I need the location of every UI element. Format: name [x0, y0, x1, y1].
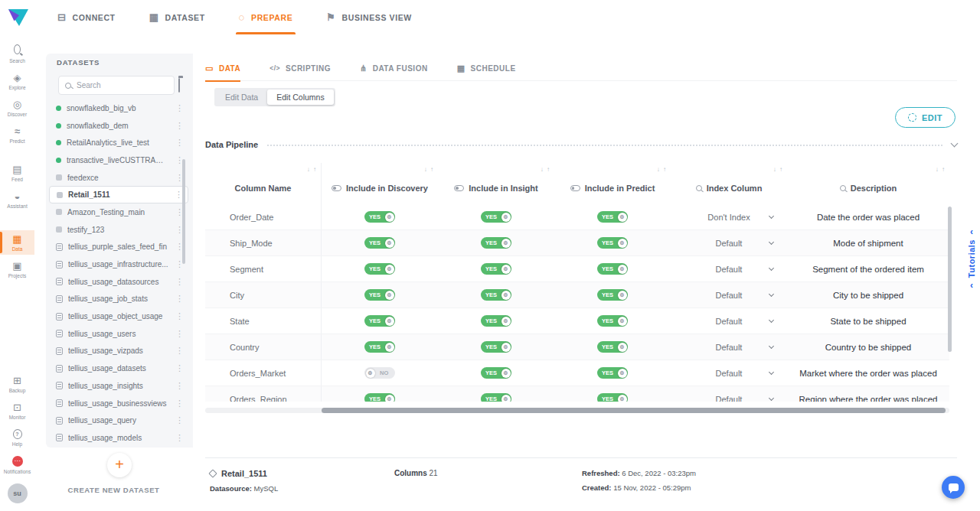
sidebar-item[interactable]: Data — [0, 230, 34, 255]
prepare-tab[interactable]: SCHEDULE — [457, 56, 516, 81]
kebab-menu-icon[interactable] — [174, 138, 185, 148]
create-dataset-label[interactable]: CREATE NEW DATASET — [34, 486, 193, 494]
include-insight-toggle[interactable]: YES — [481, 237, 511, 249]
index-column-dropdown[interactable]: Default — [681, 291, 776, 300]
horizontal-scrollbar-thumb[interactable] — [322, 408, 946, 413]
sidebar-item[interactable]: Projects — [0, 257, 34, 282]
edit-mode-segment[interactable]: Edit Columns — [267, 90, 333, 105]
dataset-item[interactable]: Retail_1511 — [49, 186, 188, 203]
sort-arrows-icon[interactable] — [541, 166, 550, 173]
include-discovery-toggle[interactable]: YES — [364, 237, 395, 249]
sidebar-item[interactable]: Feed — [0, 161, 34, 185]
vertical-scrollbar-thumb[interactable] — [948, 207, 952, 352]
top-nav-item[interactable]: BUSINESS VIEW — [326, 0, 412, 34]
prepare-tab[interactable]: DATA FUSION — [360, 56, 428, 81]
sidebar-item[interactable]: Notifications — [0, 452, 34, 477]
include-insight-toggle[interactable]: YES — [481, 367, 511, 379]
include-predict-toggle[interactable]: YES — [597, 393, 628, 402]
dataset-item[interactable]: Amazon_Testing_main — [49, 203, 188, 221]
sidebar-item[interactable]: Search — [0, 41, 34, 67]
include-predict-toggle[interactable]: YES — [597, 367, 628, 379]
include-discovery-toggle[interactable]: YES — [364, 211, 395, 223]
sidebar-item[interactable]: Assistant — [0, 187, 34, 212]
include-predict-toggle[interactable]: YES — [597, 263, 628, 275]
kebab-menu-icon[interactable] — [174, 415, 185, 425]
top-nav-item[interactable]: PREPARE — [239, 0, 293, 34]
kebab-menu-icon[interactable] — [174, 381, 185, 391]
include-insight-toggle[interactable]: YES — [481, 211, 511, 223]
index-column-dropdown[interactable]: Default — [681, 239, 776, 248]
dataset-folder-button[interactable] — [178, 79, 191, 89]
chat-widget-button[interactable] — [942, 476, 965, 499]
dataset-item[interactable]: testify_123 — [49, 221, 188, 239]
dataset-item[interactable]: tellius_usage_insights — [49, 377, 188, 395]
include-discovery-toggle[interactable]: YES — [364, 263, 395, 275]
index-column-dropdown[interactable]: Default — [681, 369, 776, 378]
data-pipeline-header[interactable]: Data Pipeline — [205, 134, 957, 155]
kebab-menu-icon[interactable] — [174, 103, 185, 113]
include-insight-toggle[interactable]: YES — [481, 341, 511, 353]
dataset-item[interactable]: tellius_usage_job_stats — [49, 291, 188, 308]
dataset-item[interactable]: RetailAnalytics_live_test — [49, 134, 188, 151]
dataset-item[interactable]: tellius_usage_infrastructure... — [49, 255, 188, 273]
chevron-down-icon[interactable] — [951, 139, 959, 147]
edit-mode-segment[interactable]: Edit Data — [216, 90, 267, 105]
dataset-item[interactable]: tellius_usage_models — [49, 429, 188, 447]
kebab-menu-icon[interactable] — [174, 433, 185, 443]
index-column-dropdown[interactable]: Don't Index — [681, 213, 776, 222]
include-predict-toggle[interactable]: YES — [597, 237, 628, 249]
include-discovery-toggle[interactable]: YES — [364, 289, 395, 301]
dataset-item[interactable]: tellius_usage_datasources — [49, 273, 188, 291]
kebab-menu-icon[interactable] — [174, 329, 185, 339]
dataset-list-scrollbar[interactable] — [182, 159, 185, 264]
sidebar-item[interactable]: Discover — [0, 96, 34, 120]
index-column-dropdown[interactable]: Default — [681, 395, 776, 402]
sidebar-item[interactable]: Predict — [0, 122, 34, 147]
dataset-search-input[interactable] — [77, 81, 161, 90]
dataset-item[interactable]: tellius_usage_query — [49, 412, 188, 429]
top-nav-item[interactable]: DATASET — [149, 0, 205, 34]
prepare-tab[interactable]: DATA — [205, 56, 240, 81]
include-discovery-toggle[interactable]: NO — [364, 367, 395, 379]
kebab-menu-icon[interactable] — [174, 346, 185, 356]
dataset-item[interactable]: tellius_usage_users — [49, 325, 188, 343]
index-column-dropdown[interactable]: Default — [681, 265, 776, 274]
prepare-tab[interactable]: SCRIPTING — [270, 56, 331, 81]
include-insight-toggle[interactable]: YES — [481, 315, 511, 327]
dataset-item[interactable]: tellius_usage_object_usage — [49, 308, 188, 325]
include-discovery-toggle[interactable]: YES — [364, 341, 395, 353]
include-predict-toggle[interactable]: YES — [597, 289, 628, 301]
include-predict-toggle[interactable]: YES — [597, 315, 628, 327]
kebab-menu-icon[interactable] — [174, 399, 185, 408]
sort-arrows-icon[interactable] — [307, 166, 317, 173]
kebab-menu-icon[interactable] — [174, 363, 185, 373]
kebab-menu-icon[interactable] — [174, 277, 185, 287]
dataset-item[interactable]: tellius_usage_vizpads — [49, 343, 188, 360]
sort-arrows-icon[interactable] — [936, 166, 946, 173]
include-predict-toggle[interactable]: YES — [597, 341, 628, 353]
user-avatar[interactable]: su — [8, 483, 28, 503]
create-dataset-button[interactable] — [107, 453, 132, 477]
include-discovery-toggle[interactable]: YES — [364, 315, 395, 327]
sidebar-item[interactable]: Explore — [0, 69, 34, 93]
dataset-item[interactable]: feedexce — [49, 169, 188, 187]
tutorials-tab[interactable]: Tutorials — [964, 228, 979, 289]
dataset-item[interactable]: snowflakedb_dem — [49, 117, 188, 135]
dataset-item[interactable]: tellius_usage_businessviews — [49, 395, 188, 412]
tellius-logo[interactable] — [6, 5, 31, 30]
include-insight-toggle[interactable]: YES — [481, 263, 511, 275]
edit-button[interactable]: EDIT — [895, 107, 956, 128]
sidebar-item[interactable]: Backup — [0, 372, 34, 396]
include-insight-toggle[interactable]: YES — [481, 393, 511, 402]
index-column-dropdown[interactable]: Default — [681, 317, 776, 326]
sort-arrows-icon[interactable] — [424, 166, 434, 173]
top-nav-item[interactable]: CONNECT — [57, 0, 116, 34]
include-insight-toggle[interactable]: YES — [481, 289, 511, 301]
include-discovery-toggle[interactable]: YES — [364, 393, 395, 402]
kebab-menu-icon[interactable] — [174, 121, 185, 131]
dataset-item[interactable]: tellius_usage_datasets — [49, 360, 188, 377]
dataset-item[interactable]: transactive_liveCUSTTRANS... — [49, 151, 188, 169]
index-column-dropdown[interactable]: Default — [681, 343, 776, 352]
dataset-item[interactable]: tellius_purple_sales_feed_fin — [49, 239, 188, 256]
kebab-menu-icon[interactable] — [174, 311, 185, 321]
